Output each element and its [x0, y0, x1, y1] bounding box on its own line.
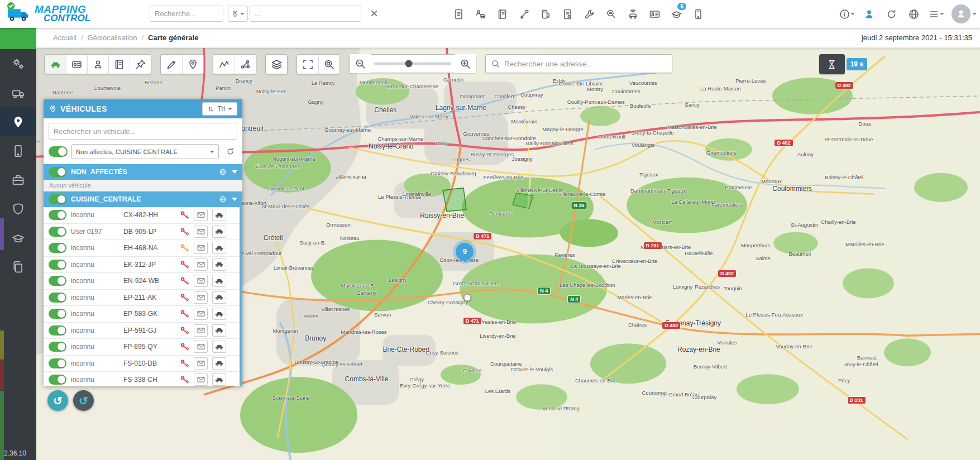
driver-vehicle-button[interactable] — [470, 4, 491, 24]
main-menu-button[interactable] — [926, 4, 946, 24]
vehicle-row[interactable]: inconnu FS-338-CH — [44, 372, 242, 386]
breadcrumb-geolocation[interactable]: Géolocalisation — [77, 33, 137, 42]
fuel-button[interactable] — [536, 4, 556, 24]
vehicle-detail-button[interactable] — [212, 226, 226, 238]
vehicle-row[interactable]: inconnu EN-924-WB — [44, 273, 242, 290]
app-logo[interactable]: MAPPING CONTROL — [6, 2, 90, 25]
send-message-button[interactable] — [194, 291, 208, 304]
vehicle-row[interactable]: inconnu CX-482-HH — [44, 207, 242, 224]
group-header-non-affectes[interactable]: NON_AFFECTÉS — [44, 164, 242, 180]
vehicle-toggle[interactable] — [49, 243, 66, 253]
timer-button[interactable] — [819, 54, 845, 74]
vehicle-detail-button[interactable] — [212, 275, 226, 287]
geofence-zone[interactable] — [443, 188, 466, 212]
sidebar-item-security[interactable] — [0, 194, 36, 223]
show-drivers-button[interactable] — [87, 55, 108, 74]
vehicle-row[interactable]: inconnu EP-211-AK — [44, 290, 242, 306]
map-canvas[interactable]: NanterreCourbevoieBezonsPantinDrancyNois… — [36, 48, 980, 460]
send-message-button[interactable] — [194, 242, 208, 254]
show-tachograph-button[interactable] — [66, 55, 87, 74]
address-search-input[interactable] — [504, 60, 667, 68]
driver-card-button[interactable] — [644, 4, 665, 24]
cluster-toggle-button[interactable] — [235, 55, 256, 74]
send-message-button[interactable] — [194, 258, 208, 271]
vehicle-detail-button[interactable] — [212, 341, 226, 353]
group-toggle[interactable] — [49, 194, 66, 204]
show-vehicles-button[interactable] — [45, 55, 66, 74]
reports-button[interactable] — [448, 4, 469, 24]
sidebar-item-fleet[interactable] — [0, 78, 36, 107]
zoom-slider[interactable] — [371, 54, 455, 73]
undo-view-button[interactable] — [47, 390, 68, 411]
show-logbook-button[interactable] — [108, 55, 130, 74]
breadcrumb-home[interactable]: Accueil — [53, 33, 77, 42]
add-poi-button[interactable] — [182, 55, 203, 74]
fullscreen-button[interactable] — [297, 55, 318, 74]
vehicle-detail-button[interactable] — [212, 308, 226, 320]
info-menu-button[interactable] — [836, 4, 857, 24]
sidebar-item-business[interactable] — [0, 165, 36, 194]
send-message-button[interactable] — [194, 324, 208, 337]
chevron-down-icon[interactable] — [232, 170, 237, 174]
group-filter-select[interactable]: Non affectés, CUISINE CENTRALE — [71, 144, 219, 159]
vehicle-toggle[interactable] — [49, 342, 66, 352]
vehicle-row[interactable]: inconnu EP-583-GK — [44, 306, 242, 323]
vehicle-detail-button[interactable] — [212, 258, 226, 271]
panel-scrollbar[interactable] — [240, 194, 242, 386]
vehicle-detail-button[interactable] — [212, 209, 226, 221]
chevron-down-icon[interactable] — [232, 198, 237, 201]
vehicle-row[interactable]: inconnu EP-591-GJ — [44, 323, 242, 339]
globe-icon[interactable] — [219, 168, 227, 176]
show-poi-pins-button[interactable] — [130, 55, 151, 74]
vehicle-row[interactable]: inconnu FS-010-DB — [44, 356, 242, 372]
layers-button[interactable] — [266, 55, 287, 74]
zoom-in-button[interactable] — [455, 54, 476, 73]
vehicle-toggle[interactable] — [49, 260, 66, 270]
maintenance-button[interactable] — [579, 4, 600, 24]
filter-toggle[interactable] — [49, 146, 68, 157]
vehicle-search-input[interactable] — [49, 123, 237, 140]
documents-button[interactable] — [557, 4, 578, 24]
vehicle-toggle[interactable] — [49, 210, 66, 220]
sidebar-item-training[interactable] — [0, 223, 36, 252]
vehicle-toggle[interactable] — [49, 227, 66, 237]
sort-button[interactable]: Tri — [202, 102, 237, 116]
vehicle-toggle[interactable] — [49, 358, 66, 368]
sidebar-item-settings[interactable] — [0, 49, 36, 78]
vehicle-detail-button[interactable] — [212, 291, 226, 304]
send-message-button[interactable] — [194, 275, 208, 287]
geo-search-input[interactable] — [250, 6, 361, 22]
logbook-button[interactable] — [492, 4, 513, 24]
globe-icon[interactable] — [219, 195, 227, 203]
mobile-app-button[interactable] — [688, 4, 709, 24]
global-search-input[interactable] — [150, 6, 223, 22]
send-message-button[interactable] — [194, 308, 208, 320]
send-message-button[interactable] — [194, 341, 208, 353]
vehicle-toggle[interactable] — [49, 325, 66, 336]
vehicle-detail-button[interactable] — [212, 373, 226, 386]
vehicle-toggle[interactable] — [49, 276, 66, 286]
current-user-button[interactable] — [859, 4, 879, 24]
geo-search-type-button[interactable] — [228, 6, 248, 22]
vehicle-row[interactable]: User 0197 DB-905-LP — [44, 224, 242, 241]
clear-search-button[interactable] — [366, 4, 383, 22]
zoom-out-button[interactable] — [350, 54, 371, 73]
vehicle-detail-button[interactable] — [212, 242, 226, 254]
profile-menu[interactable] — [952, 4, 977, 23]
zoom-slider-handle[interactable] — [405, 60, 412, 68]
routes-button[interactable] — [213, 55, 235, 74]
restore-view-button[interactable] — [73, 390, 94, 411]
group-header-cuisine-centrale[interactable]: CUISINE_CENTRALE — [44, 191, 242, 207]
cluster-marker[interactable]: 9 — [456, 243, 474, 261]
vehicle-detail-button[interactable] — [212, 324, 226, 337]
sidebar-item-reports[interactable] — [0, 252, 36, 281]
training-button[interactable]: 6 — [666, 4, 687, 24]
vehicle-row[interactable]: inconnu EH-468-NA — [44, 240, 242, 257]
send-message-button[interactable] — [194, 373, 208, 386]
vehicle-row[interactable]: inconnu EK-312-JP — [44, 257, 242, 274]
vehicle-search-button[interactable] — [601, 4, 622, 24]
vehicle-detail-button[interactable] — [212, 357, 226, 370]
send-message-button[interactable] — [194, 357, 208, 370]
vehicle-row[interactable]: inconnu FP-695-QY — [44, 339, 242, 356]
vehicle-toggle[interactable] — [49, 293, 66, 303]
